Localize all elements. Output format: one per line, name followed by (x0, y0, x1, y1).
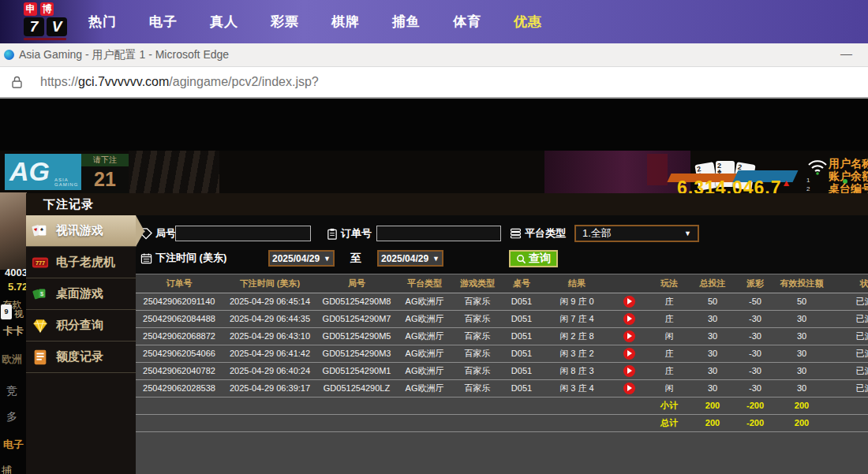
sidebar-item-video-games[interactable]: ♥ ♠ 视讯游戏 (26, 215, 136, 247)
nav-item-hot[interactable]: 热门 (88, 13, 117, 31)
mini-card-icon: 9 (1, 304, 12, 319)
search-icon (516, 254, 526, 264)
banner-decor (544, 151, 690, 195)
playing-cards-icon: ♥ ♠ (31, 222, 50, 240)
order-number-input[interactable] (376, 226, 501, 241)
bet-countdown: 请下注 21 (81, 154, 129, 193)
left-strip-europe: 欧洲 (2, 353, 22, 367)
nav-item-fishing[interactable]: 捕鱼 (392, 13, 421, 31)
nav-item-chess[interactable]: 棋牌 (331, 13, 360, 31)
table-row: 2504290620285382025-04-29 06:39:17GD0512… (136, 379, 868, 397)
nav-item-sports[interactable]: 体育 (453, 13, 481, 31)
screen: 申 博 7 V 热门 电子 真人 彩票 棋牌 捕鱼 体育 优惠 Asia Gam… (0, 0, 868, 474)
banner-stripes (129, 151, 219, 195)
bet-time-label: 下注时间 (美东) (140, 251, 226, 265)
bet-table-area: 订单号 下注时间 (美东) 局号 平台类型 游戏类型 桌号 结果 玩法 总 (136, 274, 868, 474)
account-info: 用户名称 账户余额 桌台编号 (829, 157, 868, 195)
nav-item-promos[interactable]: 优惠 (514, 13, 542, 31)
play-icon (627, 333, 632, 339)
replay-button[interactable] (623, 296, 635, 308)
col-bet-type: 玩法 (645, 274, 693, 293)
play-icon (627, 350, 632, 356)
date-to-picker[interactable]: 2025/04/29 ▼ (377, 250, 443, 267)
col-platform: 平台类型 (396, 274, 453, 293)
address-bar[interactable]: https://gci.7vvvvvv.com/agingame/pcv2/in… (0, 67, 868, 99)
date-from-picker[interactable]: 2025/04/29 ▼ (268, 250, 335, 267)
col-status: 状态 (825, 274, 868, 293)
bet-records-modal: 下注记录 ♥ ♠ 视讯游戏 (26, 193, 868, 474)
minimize-button[interactable]: — (840, 47, 852, 60)
replay-button[interactable] (623, 383, 635, 394)
left-strip-value: 4003 (5, 267, 28, 278)
svg-text:$: $ (40, 289, 43, 297)
top-nav: 申 博 7 V 热门 电子 真人 彩票 棋牌 捕鱼 体育 优惠 (0, 0, 868, 43)
logo-badges: 申 博 (24, 2, 68, 16)
clipboard-icon (327, 228, 338, 240)
date-to-label: 至 (350, 252, 361, 266)
table-row: 2504290620688722025-04-29 06:43:10GD0512… (136, 327, 868, 345)
sidebar-item-slot-machine[interactable]: 777 电子老虎机 (26, 247, 136, 278)
chevron-down-icon: ▼ (684, 230, 691, 237)
left-strip-jing: 竞 (6, 384, 17, 398)
dealer-photo (0, 192, 27, 270)
col-valid-bet: 有效投注额 (778, 274, 825, 293)
col-time: 下注时间 (美东) (223, 274, 317, 293)
nav-item-lottery[interactable]: 彩票 (271, 13, 299, 31)
road-row-numbers: 1 2 (806, 176, 810, 193)
left-strip-bu: 捕 (2, 464, 12, 474)
sidebar-item-points-query[interactable]: 积分查询 (26, 310, 136, 342)
play-icon (627, 368, 632, 374)
play-icon (627, 385, 632, 391)
svg-text:♠: ♠ (40, 226, 43, 233)
modal-title: 下注记录 (43, 197, 94, 212)
calendar-icon (140, 252, 152, 264)
table-header-row: 订单号 下注时间 (美东) 局号 平台类型 游戏类型 桌号 结果 玩法 总 (136, 274, 868, 293)
table-games-icon: $ (31, 286, 50, 303)
bet-table-body: 2504290620911402025-04-29 06:45:14GD0512… (136, 293, 868, 431)
left-strip-kaka: 卡卡 (3, 324, 24, 338)
platform-type-label: 平台类型 (510, 226, 566, 241)
url-text: https://gci.7vvvvvv.com/agingame/pcv2/in… (40, 75, 319, 89)
replay-button[interactable] (623, 365, 635, 377)
search-button[interactable]: 查询 (509, 250, 558, 267)
account-username-label: 用户名称 (829, 157, 868, 170)
col-table-no: 桌号 (502, 274, 541, 293)
sidebar-item-table-games[interactable]: $ 桌面游戏 (26, 278, 136, 310)
gem-icon (31, 317, 50, 334)
col-payout: 派彩 (732, 274, 778, 293)
replay-button[interactable] (623, 348, 635, 360)
col-total-bet: 总投注 (693, 274, 732, 293)
col-game-type: 游戏类型 (453, 274, 502, 293)
filter-bar: 局号 订单号 平台类型 1.全部 (136, 215, 868, 274)
slot-777-icon: 777 (31, 254, 50, 271)
nav-menu: 热门 电子 真人 彩票 棋牌 捕鱼 体育 优惠 (88, 13, 542, 31)
chevron-down-icon: ▼ (324, 255, 331, 263)
table-row: 2504290620540662025-04-29 06:41:42GD0512… (136, 345, 868, 362)
col-order: 订单号 (136, 274, 223, 293)
site-logo[interactable]: 申 博 7 V (24, 2, 68, 42)
round-number-input[interactable] (175, 226, 311, 241)
platform-type-select[interactable]: 1.全部 ▼ (574, 225, 699, 242)
logo-badge-bo: 博 (40, 2, 54, 16)
table-row: 2504290620844882025-04-29 06:44:35GD0512… (136, 310, 868, 327)
page-background: AG ASIA GAMING 请下注 21 2♣ 2♣ 2♣ 6,314,046… (0, 99, 868, 474)
modal-sidebar: ♥ ♠ 视讯游戏 777 电子老虎机 (26, 215, 136, 474)
logo-7v: 7 V (24, 17, 68, 36)
table-row: 2504290620911402025-04-29 06:45:14GD0512… (136, 293, 868, 310)
col-replay (612, 274, 645, 293)
nav-item-live[interactable]: 真人 (210, 13, 238, 31)
replay-button[interactable] (623, 313, 635, 325)
grandtotal-row: 总计200-200200 (136, 414, 868, 431)
play-icon (627, 315, 632, 322)
window-titlebar: Asia Gaming - 用户配置 1 - Microsoft Edge — (0, 43, 868, 67)
replay-button[interactable] (623, 330, 635, 342)
left-strip-dianzi: 电子 (3, 438, 24, 452)
lock-icon (11, 76, 23, 89)
subtotal-row: 小计200-200200 (136, 397, 868, 414)
round-number-label: 局号 (140, 226, 176, 241)
sidebar-item-quota-records[interactable]: 额度记录 (26, 342, 136, 373)
table-row: 2504290620407822025-04-29 06:40:24GD0512… (136, 362, 868, 379)
bet-records-table: 订单号 下注时间 (美东) 局号 平台类型 游戏类型 桌号 结果 玩法 总 (136, 274, 868, 432)
nav-item-slots[interactable]: 电子 (149, 13, 178, 31)
left-strip-video-label: 视 (14, 308, 24, 321)
